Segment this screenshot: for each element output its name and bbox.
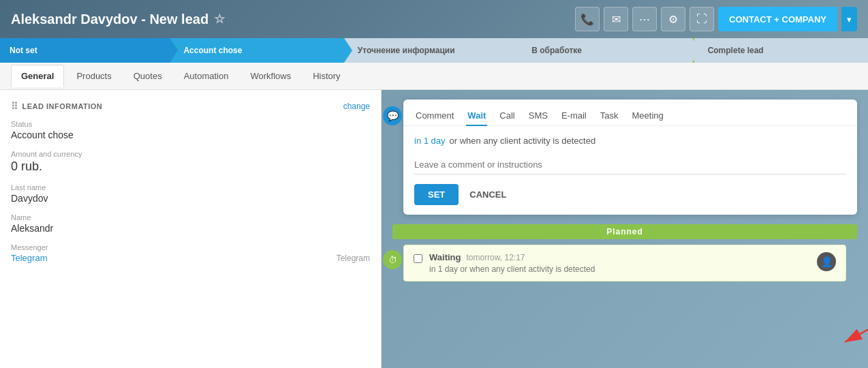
email-icon: ✉ [612, 13, 621, 26]
gear-icon-btn[interactable]: ⚙ [661, 7, 685, 31]
cancel-button[interactable]: CANCEL [467, 184, 509, 205]
status-field: Status Account chose [11, 120, 370, 140]
clock-icon: ⏱ [388, 255, 397, 265]
lastname-label: Last name [11, 183, 370, 191]
chat-icon: 💬 [387, 110, 399, 121]
waiting-content: Waiting tomorrow, 12:17 in 1 day or when… [429, 252, 810, 274]
messenger-field: Messenger Telegram Telegram [11, 243, 370, 263]
activity-tabs: Comment Wait Call SMS E-mail Task Meetin… [403, 99, 857, 126]
tab-history[interactable]: History [303, 65, 350, 87]
tab-general[interactable]: General [11, 65, 64, 87]
right-panel: 💬 Comment Wait Call SMS E-mail Task Meet… [382, 90, 868, 368]
amount-label: Amount and currency [11, 150, 370, 158]
change-link[interactable]: change [343, 102, 370, 111]
activity-tab-wait[interactable]: Wait [466, 106, 487, 126]
grip-icon: ⠿ [11, 101, 18, 112]
more-icon-btn[interactable]: ⋯ [632, 7, 657, 31]
waiting-title-text: Waiting [429, 252, 461, 262]
set-button[interactable]: SET [414, 184, 459, 205]
star-icon[interactable]: ☆ [214, 12, 225, 27]
wait-line: in 1 day or when any client activity is … [414, 136, 846, 146]
lastname-field: Last name Davydov [11, 183, 370, 204]
planned-label: Planned [606, 227, 643, 236]
messenger-label: Messenger [11, 243, 370, 251]
avatar-icon: 👤 [821, 256, 833, 267]
messenger-type: Telegram [337, 254, 370, 263]
expand-icon-btn[interactable]: ⛶ [689, 7, 714, 31]
stage-label: Not set [10, 46, 37, 55]
comment-input[interactable] [414, 155, 846, 174]
stage-label: В обработке [531, 46, 582, 55]
expand-icon: ⛶ [696, 13, 707, 25]
amount-field: Amount and currency 0 rub. [11, 150, 370, 174]
tab-workflows[interactable]: Workflows [241, 65, 300, 87]
name-value: Aleksandr [11, 223, 370, 234]
header-actions: 📞 ✉ ⋯ ⚙ ⛶ CONTACT + COMPANY ▾ [575, 7, 857, 31]
activity-tab-call[interactable]: Call [498, 106, 516, 126]
phone-icon-btn[interactable]: 📞 [575, 7, 600, 31]
contact-company-button[interactable]: CONTACT + COMPANY [718, 7, 837, 31]
timeline-item: ⏱ Waiting tomorrow, 12:17 in 1 day or wh… [392, 245, 857, 281]
lastname-value: Davydov [11, 193, 370, 204]
status-label: Status [11, 120, 370, 128]
activity-card: Comment Wait Call SMS E-mail Task Meetin… [403, 99, 857, 215]
activity-tab-comment[interactable]: Comment [414, 106, 455, 126]
tab-automation[interactable]: Automation [174, 65, 238, 87]
activity-tab-sms[interactable]: SMS [527, 106, 549, 126]
activity-tab-meeting[interactable]: Meeting [630, 106, 664, 126]
name-field: Name Aleksandr [11, 213, 370, 234]
clock-bubble: ⏱ [383, 250, 402, 269]
name-label: Name [11, 213, 370, 221]
title-text: Aleksandr Davydov - New lead [11, 12, 208, 27]
lead-info-title-text: LEAD INFORMATION [22, 102, 103, 110]
left-panel: ⠿ LEAD INFORMATION change Status Account… [0, 90, 382, 368]
page-title: Aleksandr Davydov - New lead ☆ [11, 12, 225, 27]
phone-icon: 📞 [580, 13, 594, 26]
dropdown-arrow-icon: ▾ [847, 14, 852, 25]
planned-banner: Planned [392, 224, 857, 239]
chat-bubble-icon: 💬 [383, 106, 402, 125]
more-dots-icon: ⋯ [639, 13, 650, 26]
activity-actions: SET CANCEL [414, 184, 846, 205]
messenger-row: Telegram Telegram [11, 253, 370, 263]
pipeline-stages: Not set Account chose Уточнение информац… [0, 38, 868, 63]
waiting-title: Waiting tomorrow, 12:17 [429, 252, 810, 262]
activity-content: in 1 day or when any client activity is … [403, 126, 857, 215]
activity-tab-task[interactable]: Task [599, 106, 620, 126]
avatar: 👤 [817, 252, 836, 271]
status-value: Account chose [11, 129, 370, 140]
main-tabs-bar: General Products Quotes Automation Workf… [0, 63, 868, 90]
waiting-item: Waiting tomorrow, 12:17 in 1 day or when… [403, 245, 846, 281]
lead-info-title: ⠿ LEAD INFORMATION [11, 101, 102, 112]
waiting-time-text: tomorrow, 12:17 [466, 253, 525, 262]
amount-value: 0 rub. [11, 159, 370, 174]
wait-period-link[interactable]: in 1 day [414, 136, 446, 146]
tab-quotes[interactable]: Quotes [124, 65, 172, 87]
pipeline-stage-account-chose[interactable]: Account chose [170, 38, 343, 63]
main-content: ⠿ LEAD INFORMATION change Status Account… [0, 90, 868, 368]
activity-section: 💬 Comment Wait Call SMS E-mail Task Meet… [392, 99, 868, 215]
pipeline-stage-not-set[interactable]: Not set [0, 38, 170, 63]
wait-suffix-text: or when any client activity is detected [450, 136, 596, 146]
header: Aleksandr Davydov - New lead ☆ 📞 ✉ ⋯ ⚙ ⛶… [0, 0, 868, 38]
waiting-description: in 1 day or when any client activity is … [429, 264, 810, 274]
waiting-checkbox[interactable] [414, 254, 422, 263]
stage-label: Account chose [183, 46, 242, 55]
stage-label: Complete lead [708, 46, 764, 55]
messenger-link[interactable]: Telegram [11, 253, 47, 263]
contact-dropdown-button[interactable]: ▾ [841, 7, 857, 31]
svg-line-5 [845, 294, 868, 342]
pipeline-stage-v-obrabotke[interactable]: В обработке [518, 38, 692, 63]
activity-tab-email[interactable]: E-mail [560, 106, 588, 126]
lead-info-header: ⠿ LEAD INFORMATION change [11, 101, 370, 112]
arrow-annotation-3 [763, 281, 868, 368]
email-icon-btn[interactable]: ✉ [604, 7, 628, 31]
gear-icon: ⚙ [668, 13, 678, 26]
stage-label: Уточнение информации [358, 46, 455, 55]
pipeline-stage-utochnenie[interactable]: Уточнение информации [344, 38, 518, 63]
tab-products[interactable]: Products [67, 65, 121, 87]
pipeline-stage-complete[interactable]: Complete lead [692, 38, 868, 63]
